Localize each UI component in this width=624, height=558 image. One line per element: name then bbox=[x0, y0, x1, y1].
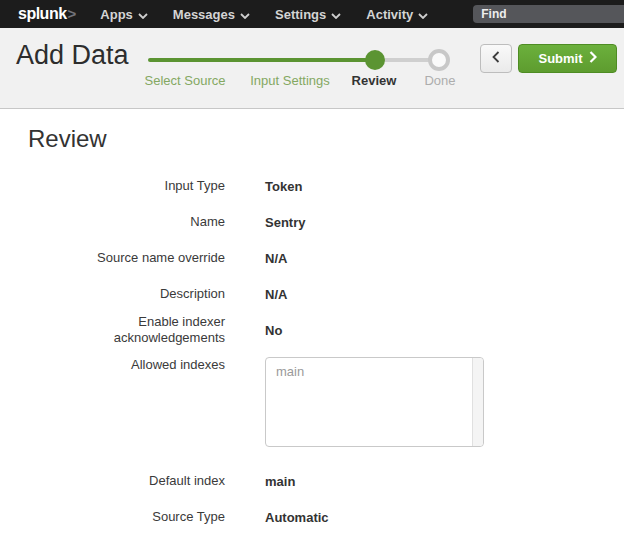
top-navbar: splunk > Apps Messages Settings Activity bbox=[0, 0, 624, 28]
field-label: Allowed indexes bbox=[28, 357, 225, 373]
chevron-down-icon bbox=[418, 7, 428, 22]
field-label: Enable indexer acknowledgements bbox=[28, 314, 225, 346]
field-value: Sentry bbox=[265, 215, 305, 230]
splunk-logo-text: splunk bbox=[18, 5, 67, 23]
review-heading: Review bbox=[28, 124, 624, 154]
field-value: main bbox=[265, 474, 295, 489]
wizard-header: Add Data Select Source Input Settings Re… bbox=[0, 28, 624, 109]
review-row-default-index: Default index main bbox=[28, 463, 624, 499]
chevron-left-icon bbox=[492, 51, 500, 66]
stepper-progress-line bbox=[148, 58, 375, 62]
field-label: Input Type bbox=[28, 178, 225, 194]
field-label: Description bbox=[28, 286, 225, 302]
find-input[interactable] bbox=[473, 5, 624, 23]
chevron-right-icon bbox=[589, 51, 597, 66]
review-row-allowed-indexes: Allowed indexes main bbox=[28, 357, 624, 447]
step-label-input-settings: Input Settings bbox=[250, 73, 330, 88]
review-row-source-name-override: Source name override N/A bbox=[28, 240, 624, 276]
step-label-done: Done bbox=[424, 73, 455, 88]
chevron-down-icon bbox=[331, 7, 341, 22]
listbox-option-main[interactable]: main bbox=[266, 358, 483, 385]
field-label: Default index bbox=[28, 473, 225, 489]
review-row-indexer-acknowledgements: Enable indexer acknowledgements No bbox=[28, 312, 624, 348]
field-label: Source Type bbox=[28, 509, 225, 525]
nav-item-activity[interactable]: Activity bbox=[366, 7, 428, 22]
field-value: Automatic bbox=[265, 510, 329, 525]
submit-button-label: Submit bbox=[538, 51, 582, 66]
field-value: No bbox=[265, 323, 282, 338]
splunk-logo[interactable]: splunk > bbox=[18, 5, 76, 23]
allowed-indexes-listbox[interactable]: main bbox=[265, 357, 484, 447]
nav-item-label: Messages bbox=[173, 7, 235, 22]
chevron-down-icon bbox=[240, 7, 250, 22]
listbox-scrollbar[interactable] bbox=[472, 358, 483, 446]
nav-item-label: Activity bbox=[366, 7, 413, 22]
field-label: Name bbox=[28, 214, 225, 230]
nav-item-settings[interactable]: Settings bbox=[275, 7, 341, 22]
stepper-upcoming-circle bbox=[428, 49, 450, 71]
stepper-current-dot bbox=[365, 50, 385, 70]
review-row-name: Name Sentry bbox=[28, 204, 624, 240]
review-row-input-type: Input Type Token bbox=[28, 168, 624, 204]
field-value: N/A bbox=[265, 251, 287, 266]
field-value: N/A bbox=[265, 287, 287, 302]
review-panel: Review Input Type Token Name Sentry Sour… bbox=[0, 109, 624, 535]
nav-item-label: Apps bbox=[100, 7, 133, 22]
step-label-review: Review bbox=[352, 73, 397, 88]
field-value: Token bbox=[265, 179, 302, 194]
submit-button[interactable]: Submit bbox=[518, 44, 617, 73]
nav-item-messages[interactable]: Messages bbox=[173, 7, 250, 22]
nav-item-label: Settings bbox=[275, 7, 326, 22]
review-row-description: Description N/A bbox=[28, 276, 624, 312]
back-button[interactable] bbox=[480, 44, 512, 73]
splunk-logo-chevron-icon: > bbox=[68, 5, 77, 22]
step-label-select-source: Select Source bbox=[145, 73, 226, 88]
chevron-down-icon bbox=[138, 7, 148, 22]
page-title: Add Data bbox=[16, 40, 129, 71]
navbar-menu: Apps Messages Settings Activity bbox=[100, 7, 453, 22]
field-label: Source name override bbox=[28, 250, 225, 266]
review-row-source-type: Source Type Automatic bbox=[28, 499, 624, 535]
nav-item-apps[interactable]: Apps bbox=[100, 7, 148, 22]
